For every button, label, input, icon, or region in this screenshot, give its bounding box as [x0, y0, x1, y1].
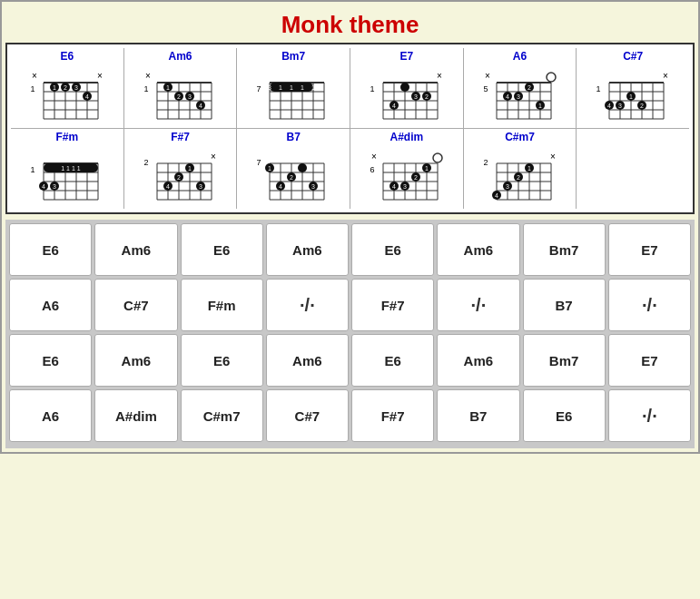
svg-text:3: 3	[517, 93, 520, 100]
svg-text:×: ×	[145, 71, 151, 81]
prog-cell[interactable]: Am6	[94, 223, 177, 276]
svg-text:1: 1	[188, 165, 192, 172]
prog-cell[interactable]: E6	[181, 223, 263, 276]
svg-text:2: 2	[484, 158, 488, 167]
prog-cell[interactable]: E6	[351, 223, 434, 276]
svg-text:3: 3	[268, 84, 271, 91]
page-title: Monk theme	[5, 5, 695, 43]
chord-cell-csm7: C#m7 2 × 1	[464, 129, 577, 209]
svg-text:3: 3	[311, 183, 315, 190]
main-container: Monk theme E6 × × 1	[0, 0, 700, 454]
svg-point-177	[298, 163, 307, 172]
prog-cell[interactable]: E7	[608, 334, 691, 387]
svg-text:×: ×	[211, 152, 216, 162]
svg-text:1: 1	[425, 165, 429, 172]
svg-text:×: ×	[663, 71, 668, 81]
svg-point-83	[547, 73, 556, 82]
chord-cell-e7: E7 × 1	[350, 48, 464, 128]
svg-text:4: 4	[85, 93, 89, 100]
chord-diagrams-section: E6 × × 1	[5, 43, 695, 214]
svg-text:3: 3	[199, 183, 202, 190]
chord-diagram-b7: 7 1 2	[257, 145, 330, 207]
chord-row-1: E6 × × 1	[11, 48, 689, 129]
svg-text:4: 4	[392, 103, 396, 109]
prog-cell-symbol[interactable]: ·/·	[608, 279, 691, 331]
prog-cell[interactable]: A#dim	[94, 389, 177, 442]
prog-cell[interactable]: E6	[9, 334, 92, 387]
chord-row-2: F#m 1 1 1 1 1	[11, 129, 689, 209]
chord-diagram-a6: × 5 2	[484, 64, 557, 126]
svg-text:×: ×	[371, 152, 377, 162]
svg-text:2: 2	[64, 84, 67, 91]
prog-cell-symbol[interactable]: ·/·	[608, 389, 691, 442]
prog-cell[interactable]: Am6	[94, 334, 177, 387]
chord-cell-fs7: F#7 2 × 1	[124, 129, 238, 209]
svg-text:3: 3	[618, 103, 622, 109]
svg-text:1: 1	[53, 84, 56, 91]
svg-text:×: ×	[550, 152, 556, 162]
prog-cell[interactable]: A6	[9, 279, 92, 331]
prog-cell[interactable]: Am6	[266, 223, 349, 276]
svg-text:3: 3	[414, 93, 418, 100]
prog-cell[interactable]: Bm7	[523, 334, 606, 387]
chord-diagram-am6: × 1 1	[144, 64, 217, 126]
svg-text:1: 1	[596, 84, 601, 93]
prog-cell[interactable]: C#7	[266, 389, 349, 442]
prog-cell[interactable]: E7	[608, 223, 691, 276]
prog-cell[interactable]: B7	[523, 279, 606, 331]
svg-text:3: 3	[188, 93, 192, 100]
svg-point-74	[400, 83, 409, 92]
svg-text:2: 2	[144, 158, 149, 167]
svg-text:2: 2	[177, 93, 181, 100]
chord-cell-cs7: C#7 × 1 1	[577, 48, 689, 128]
svg-text:4: 4	[495, 192, 498, 199]
svg-text:2: 2	[527, 84, 531, 91]
svg-text:2: 2	[290, 174, 293, 181]
prog-cell[interactable]: C#m7	[181, 389, 263, 442]
svg-text:1: 1	[301, 84, 304, 91]
prog-cell[interactable]: F#7	[351, 279, 434, 331]
svg-text:×: ×	[437, 71, 442, 81]
prog-cell[interactable]: E6	[523, 389, 606, 442]
prog-cell[interactable]: E6	[9, 223, 92, 276]
chord-cell-a6: A6 × 5	[464, 48, 577, 128]
svg-text:6: 6	[370, 165, 375, 174]
svg-text:1: 1	[290, 84, 293, 91]
chord-cell-empty	[577, 129, 689, 209]
prog-cell[interactable]: F#m	[181, 279, 263, 331]
svg-text:×: ×	[32, 71, 37, 81]
chord-cell-e6: E6 × × 1	[11, 48, 124, 128]
svg-text:1: 1	[311, 84, 315, 91]
prog-cell-symbol[interactable]: ·/·	[437, 279, 519, 331]
prog-cell[interactable]: B7	[437, 389, 519, 442]
svg-text:5: 5	[484, 84, 488, 93]
svg-text:4: 4	[506, 93, 509, 100]
svg-text:7: 7	[257, 158, 261, 167]
prog-cell[interactable]: Am6	[437, 334, 519, 387]
progression-row-3: E6 Am6 E6 Am6 E6 Am6 Bm7 E7	[9, 334, 691, 387]
chord-diagram-fs7: 2 × 1 2	[144, 145, 217, 207]
svg-text:1: 1	[31, 165, 35, 174]
prog-cell[interactable]: Am6	[437, 223, 519, 276]
svg-text:2: 2	[414, 174, 418, 181]
svg-text:4: 4	[166, 183, 170, 190]
svg-text:×: ×	[97, 71, 103, 81]
svg-text:1: 1	[268, 165, 271, 172]
chord-diagram-cs7: × 1 1	[596, 64, 669, 126]
prog-cell[interactable]: Bm7	[523, 223, 606, 276]
svg-text:4: 4	[607, 103, 611, 109]
prog-cell[interactable]: Am6	[266, 334, 349, 387]
svg-text:2: 2	[177, 174, 181, 181]
svg-text:7: 7	[257, 84, 261, 93]
svg-text:3: 3	[403, 183, 407, 190]
prog-cell[interactable]: E6	[181, 334, 263, 387]
prog-cell-symbol[interactable]: ·/·	[266, 279, 349, 331]
prog-cell[interactable]: A6	[9, 389, 92, 442]
chord-cell-b7: B7 7 1	[237, 129, 350, 209]
prog-cell[interactable]: C#7	[94, 279, 177, 331]
prog-cell[interactable]: F#7	[351, 389, 434, 442]
svg-text:4: 4	[392, 183, 396, 190]
prog-cell[interactable]: E6	[351, 334, 434, 387]
chord-cell-bm7: Bm7 7 3 1	[237, 48, 350, 128]
svg-text:4: 4	[279, 183, 282, 190]
